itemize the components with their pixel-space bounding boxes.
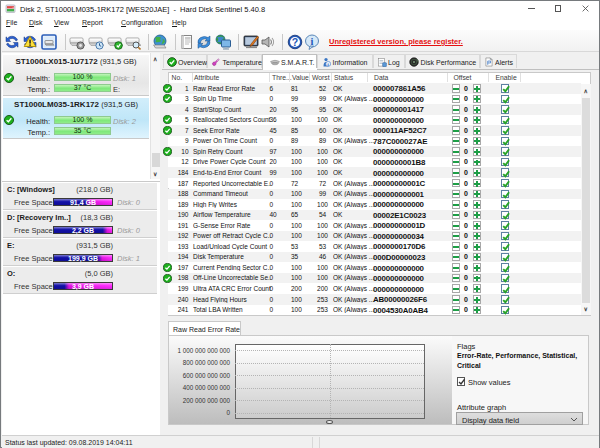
svg-text:?: ? xyxy=(292,36,298,48)
svg-text:i: i xyxy=(311,36,314,47)
